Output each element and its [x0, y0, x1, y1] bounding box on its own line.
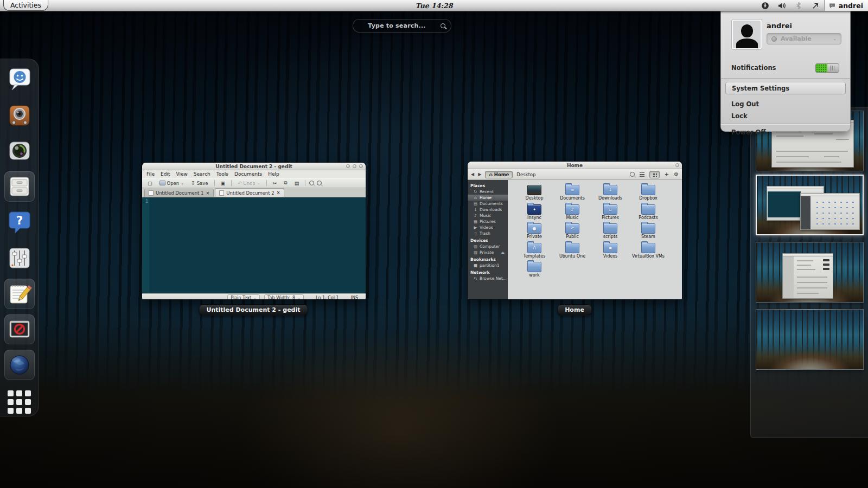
print-icon[interactable]: ▣ [219, 180, 228, 187]
file-item[interactable]: ✦ Insync [515, 204, 553, 224]
menu-help[interactable]: Help [268, 171, 279, 177]
folder-icon: ▫ [603, 204, 617, 215]
file-item[interactable]: scripts [591, 223, 629, 243]
notifications-toggle[interactable] [815, 63, 839, 73]
folder-emblem [642, 243, 655, 253]
dock-item-file-manager[interactable] [4, 171, 35, 202]
tab-untitled-document-2[interactable]: Untitled Document 2 × [215, 188, 284, 197]
user-menu-button[interactable]: andrei [824, 0, 868, 11]
workspace-thumbnail-3[interactable] [756, 242, 864, 303]
sidebar-item-recent[interactable]: ↻Recent [468, 189, 508, 195]
file-item[interactable]: ↓ Downloads [591, 185, 629, 204]
eject-icon[interactable]: ⏏ [501, 251, 505, 255]
menu-item-log-out[interactable]: Log Out [731, 100, 759, 108]
file-item[interactable]: Λ Templates [515, 243, 553, 262]
grid-view-button-active[interactable] [649, 171, 660, 178]
dock-item-messaging-app[interactable] [4, 65, 35, 95]
file-item[interactable]: Podcasts [629, 204, 667, 224]
breadcrumb-desktop[interactable]: Desktop [516, 172, 535, 177]
sidebar-item-downloads[interactable]: ↓Downloads [468, 207, 508, 213]
breadcrumb-home[interactable]: ⌂Home [485, 171, 513, 178]
open-button[interactable]: Open⌄ [157, 180, 187, 187]
dock-item-web-browser[interactable] [4, 350, 35, 380]
dock-item-sound-mixer[interactable] [4, 243, 35, 273]
menu-item-system-settings[interactable]: System Settings [725, 82, 846, 94]
activities-button[interactable]: Activities [3, 0, 48, 11]
sidebar-item-trash[interactable]: ▯Trash [468, 230, 508, 236]
sidebar-item-partition1[interactable]: ■partition1 [468, 262, 508, 268]
gedit-text-area[interactable]: 1 [142, 197, 366, 293]
menu-item-lock[interactable]: Lock [731, 112, 748, 120]
menu-documents[interactable]: Documents [234, 171, 262, 177]
list-view-icon[interactable] [640, 172, 644, 177]
avatar[interactable] [731, 19, 762, 50]
file-item[interactable]: ▫ Pictures [591, 204, 629, 224]
menu-edit[interactable]: Edit [161, 171, 170, 177]
status-selector[interactable]: Available ⌄ [767, 33, 841, 44]
close-button[interactable] [675, 163, 679, 167]
forward-button[interactable]: ▶ [478, 172, 481, 177]
text-editing-area[interactable] [149, 197, 366, 293]
file-item[interactable]: VirtualBox VMs [629, 243, 667, 262]
file-item[interactable]: Steam [629, 223, 667, 243]
language-selector[interactable]: Plain Text⌄ [227, 294, 260, 299]
search-input[interactable]: Type to search... [353, 19, 451, 33]
file-item[interactable]: Desktop [515, 185, 553, 204]
gear-icon[interactable]: ⚙ [674, 171, 679, 177]
sidebar-item-computer[interactable]: ▥Computer [468, 243, 508, 249]
menu-file[interactable]: File [146, 171, 155, 177]
file-item[interactable]: Ubuntu One [553, 243, 591, 262]
paste-icon[interactable]: ▤ [292, 180, 302, 187]
file-item[interactable]: < Public [553, 223, 591, 243]
copy-icon[interactable]: ⧉ [282, 179, 289, 187]
back-button[interactable]: ◀ [471, 172, 474, 177]
sidebar-item-videos[interactable]: ▶Videos [468, 224, 508, 230]
accessibility-icon[interactable] [761, 1, 770, 10]
close-tab-icon[interactable]: × [206, 191, 209, 196]
sidebar-item-pictures[interactable]: ▦Pictures [468, 219, 508, 224]
workspace-thumbnail-4[interactable] [756, 309, 864, 370]
folder-emblem: ≡ [566, 185, 579, 195]
dock-item-text-editor[interactable] [4, 279, 35, 309]
cut-icon[interactable]: ✂ [271, 180, 279, 187]
menu-search[interactable]: Search [194, 171, 210, 177]
file-item[interactable]: Dropbox [629, 185, 667, 204]
search-icon[interactable] [630, 172, 635, 177]
files-titlebar[interactable]: Home [468, 162, 682, 169]
find-icon[interactable] [309, 181, 314, 185]
clock[interactable]: Tue 14:28 [0, 2, 868, 10]
sidebar-item-browse-network[interactable]: ⇆Browse Net... [468, 275, 508, 281]
tab-width-selector[interactable]: Tab Width:8⌄ [264, 294, 304, 299]
volume-icon[interactable] [777, 1, 787, 10]
window-button[interactable] [346, 164, 350, 168]
file-item[interactable]: work [515, 262, 553, 281]
tab-untitled-document-1[interactable]: Untitled Document 1 × [144, 189, 214, 197]
new-document-icon[interactable]: ▢ [145, 180, 155, 187]
sidebar-item-home[interactable]: ⌂Home [468, 195, 508, 201]
sidebar-item-music[interactable]: ♪Music [468, 213, 508, 219]
dock-item-music-player[interactable] [4, 100, 35, 131]
workspace-thumbnail-2-active[interactable] [756, 175, 864, 235]
menu-view[interactable]: View [176, 171, 188, 177]
window-button[interactable] [353, 164, 356, 168]
file-item[interactable]: ♪ Music [553, 204, 591, 224]
sidebar-item-private[interactable]: ▨Private⏏ [468, 249, 508, 255]
dock-item-show-applications[interactable] [4, 386, 35, 416]
zoom-in-icon[interactable]: + [665, 171, 669, 177]
bluetooth-icon[interactable] [794, 1, 803, 10]
menu-item-power-off[interactable]: Power Off [731, 129, 766, 136]
file-item[interactable]: ▪ Videos [591, 243, 629, 262]
save-button[interactable]: ↧Save [189, 180, 210, 187]
menu-tools[interactable]: Tools [216, 171, 228, 177]
file-item[interactable]: ≡ Documents [553, 185, 591, 204]
sidebar-item-documents[interactable]: ▤Documents [468, 201, 508, 207]
dock-item-help-browser[interactable]: ? [4, 207, 35, 237]
file-item[interactable]: ● Private [515, 223, 553, 243]
dock-item-webcam-app[interactable] [4, 136, 35, 166]
close-button[interactable] [359, 164, 363, 168]
network-icon[interactable] [811, 1, 820, 10]
replace-icon[interactable] [317, 181, 322, 185]
close-tab-icon[interactable]: × [277, 190, 280, 195]
dock-item-movie-player[interactable] [4, 314, 35, 345]
gedit-titlebar[interactable]: Untitled Document 2 - gedit [142, 163, 366, 170]
